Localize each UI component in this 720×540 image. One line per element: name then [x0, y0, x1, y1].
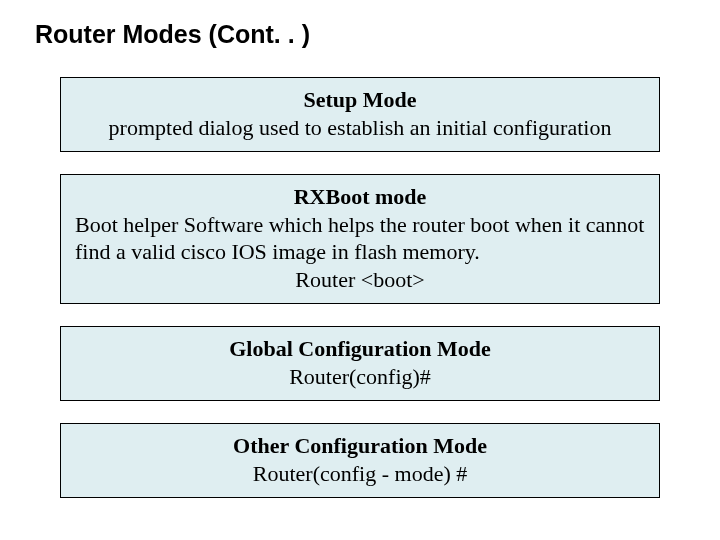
box-body: Boot helper Software which helps the rou… [75, 211, 645, 266]
box-body: prompted dialog used to establish an ini… [75, 114, 645, 142]
box-prompt: Router(config)# [75, 363, 645, 391]
mode-box-rxboot: RXBoot mode Boot helper Software which h… [60, 174, 660, 304]
box-heading: Setup Mode [75, 86, 645, 114]
slide-title: Router Modes (Cont. . ) [35, 20, 690, 49]
box-prompt: Router(config - mode) # [75, 460, 645, 488]
mode-box-other-config: Other Configuration Mode Router(config -… [60, 423, 660, 498]
mode-box-global-config: Global Configuration Mode Router(config)… [60, 326, 660, 401]
box-heading: Global Configuration Mode [75, 335, 645, 363]
mode-box-setup: Setup Mode prompted dialog used to estab… [60, 77, 660, 152]
box-heading: RXBoot mode [75, 183, 645, 211]
box-heading: Other Configuration Mode [75, 432, 645, 460]
box-prompt: Router <boot> [75, 266, 645, 294]
